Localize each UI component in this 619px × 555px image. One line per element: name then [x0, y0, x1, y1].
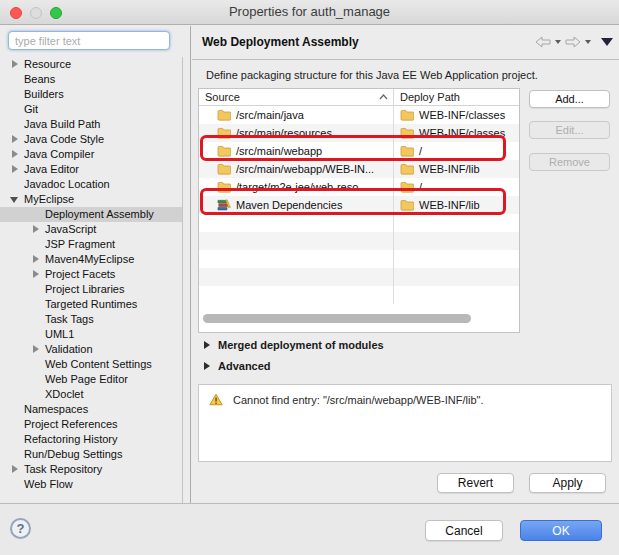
sidebar-item-java-editor[interactable]: Java Editor	[0, 162, 182, 177]
disclosure-triangle-icon[interactable]	[204, 362, 210, 370]
add-button[interactable]: Add...	[529, 90, 610, 108]
sidebar-item-label: Namespaces	[24, 403, 88, 415]
folder-icon	[400, 163, 414, 175]
sidebar-item-label: JavaScript	[45, 223, 96, 235]
sidebar-item-builders[interactable]: Builders	[0, 87, 182, 102]
table-row[interactable]: /src/main/webapp /	[199, 142, 519, 160]
sidebar-item-label: Web Page Editor	[45, 373, 128, 385]
sidebar-item-java-build-path[interactable]: Java Build Path	[0, 117, 182, 132]
sidebar-item-beans[interactable]: Beans	[0, 72, 182, 87]
sidebar-item-myeclipse[interactable]: MyEclipse	[0, 192, 182, 207]
sidebar-item-project-references[interactable]: Project References	[0, 417, 182, 432]
folder-icon	[217, 109, 231, 121]
titlebar: Properties for auth_manage	[0, 0, 619, 25]
table-empty-row	[199, 214, 519, 232]
sidebar-item-java-compiler[interactable]: Java Compiler	[0, 147, 182, 162]
table-empty-row	[199, 268, 519, 286]
sidebar-item-task-tags[interactable]: Task Tags	[0, 312, 182, 327]
forward-arrow-icon	[565, 36, 581, 48]
apply-button[interactable]: Apply	[529, 473, 606, 493]
sidebar-item-refactoring-history[interactable]: Refactoring History	[0, 432, 182, 447]
sidebar-item-javascript[interactable]: JavaScript	[0, 222, 182, 237]
sidebar-item-git[interactable]: Git	[0, 102, 182, 117]
disclosure-triangle-icon[interactable]	[204, 341, 210, 349]
sidebar-item-project-facets[interactable]: Project Facets	[0, 267, 182, 282]
revert-button[interactable]: Revert	[437, 473, 514, 493]
disclosure-triangle-icon[interactable]	[12, 135, 18, 143]
help-button[interactable]: ?	[10, 518, 31, 539]
source-cell: /src/main/java	[236, 109, 304, 121]
source-cell: /target/m2e-jee/web-reso...	[236, 181, 367, 193]
sidebar-item-targeted-runtimes[interactable]: Targeted Runtimes	[0, 297, 182, 312]
ok-button[interactable]: OK	[520, 520, 602, 541]
back-dropdown-icon[interactable]	[555, 40, 561, 44]
sidebar-item-label: Beans	[24, 73, 55, 85]
sidebar-item-label: Java Code Style	[24, 133, 104, 145]
page-description: Define packaging structure for this Java…	[206, 69, 538, 81]
section-merged-deployment[interactable]: Merged deployment of modules	[204, 339, 384, 351]
sidebar-item-label: Java Build Path	[24, 118, 100, 130]
sidebar-item-web-page-editor[interactable]: Web Page Editor	[0, 372, 182, 387]
sidebar-item-label: Deployment Assembly	[45, 208, 154, 220]
section-advanced[interactable]: Advanced	[204, 360, 271, 372]
deploy-path-cell: WEB-INF/classes	[419, 109, 505, 121]
sidebar-item-web-flow[interactable]: Web Flow	[0, 477, 182, 492]
table-row[interactable]: /src/main/java WEB-INF/classes	[199, 106, 519, 124]
disclosure-triangle-icon[interactable]	[33, 225, 39, 233]
source-cell: Maven Dependencies	[236, 199, 342, 211]
table-header: Source Deploy Path	[199, 89, 519, 106]
table-row[interactable]: /src/main/webapp/WEB-IN... WEB-INF/lib	[199, 160, 519, 178]
filter-input[interactable]	[8, 31, 170, 50]
table-row[interactable]: /target/m2e-jee/web-reso... /	[199, 178, 519, 196]
sidebar-item-label: Project Facets	[45, 268, 115, 280]
sidebar-item-project-libraries[interactable]: Project Libraries	[0, 282, 182, 297]
remove-button: Remove	[529, 153, 610, 171]
disclosure-triangle-icon[interactable]	[33, 255, 39, 263]
sidebar-item-label: Targeted Runtimes	[45, 298, 137, 310]
cancel-button[interactable]: Cancel	[425, 520, 503, 541]
scrollbar-thumb[interactable]	[203, 314, 471, 323]
sidebar-item-run-debug-settings[interactable]: Run/Debug Settings	[0, 447, 182, 462]
back-arrow-icon	[535, 36, 551, 48]
forward-dropdown-icon[interactable]	[585, 40, 591, 44]
sidebar-item-maven4myeclipse[interactable]: Maven4MyEclipse	[0, 252, 182, 267]
deploy-path-cell: WEB-INF/classes	[419, 127, 505, 139]
sidebar-item-web-content-settings[interactable]: Web Content Settings	[0, 357, 182, 372]
folder-icon	[217, 163, 231, 175]
table-row[interactable]: /src/main/resources WEB-INF/classes	[199, 124, 519, 142]
folder-icon	[400, 127, 414, 139]
source-cell: /src/main/webapp	[236, 145, 322, 157]
disclosure-triangle-icon[interactable]	[33, 345, 39, 353]
sidebar-item-resource[interactable]: Resource	[0, 57, 182, 72]
sidebar-item-task-repository[interactable]: Task Repository	[0, 462, 182, 477]
deploy-path-cell: /	[419, 181, 422, 193]
dialog-footer: ? Cancel OK	[0, 503, 619, 555]
disclosure-triangle-icon[interactable]	[12, 165, 18, 173]
sidebar-item-uml1[interactable]: UML1	[0, 327, 182, 342]
sidebar-item-validation[interactable]: Validation	[0, 342, 182, 357]
sidebar-item-label: Validation	[45, 343, 93, 355]
horizontal-scrollbar[interactable]	[199, 304, 519, 332]
sidebar-item-deployment-assembly[interactable]: Deployment Assembly	[0, 207, 182, 222]
sidebar-item-label: Web Flow	[24, 478, 73, 490]
disclosure-triangle-icon[interactable]	[10, 197, 18, 203]
table-row[interactable]: Maven Dependencies WEB-INF/lib	[199, 196, 519, 214]
column-header-deploy-path[interactable]: Deploy Path	[394, 89, 519, 105]
sidebar-item-jsp-fragment[interactable]: JSP Fragment	[0, 237, 182, 252]
sidebar-item-label: Java Editor	[24, 163, 79, 175]
disclosure-triangle-icon[interactable]	[12, 150, 18, 158]
column-header-source[interactable]: Source	[199, 89, 394, 105]
sidebar-item-label: Java Compiler	[24, 148, 94, 160]
deployment-assembly-table[interactable]: Source Deploy Path /src/main/java WEB-IN…	[198, 88, 520, 333]
disclosure-triangle-icon[interactable]	[12, 465, 18, 473]
folder-icon	[400, 181, 414, 193]
folder-icon	[217, 127, 231, 139]
sidebar-item-namespaces[interactable]: Namespaces	[0, 402, 182, 417]
sidebar-item-javadoc-location[interactable]: Javadoc Location	[0, 177, 182, 192]
disclosure-triangle-icon[interactable]	[33, 270, 39, 278]
disclosure-triangle-icon[interactable]	[12, 60, 18, 68]
sidebar-item-xdoclet[interactable]: XDoclet	[0, 387, 182, 402]
view-menu-icon[interactable]	[601, 38, 613, 46]
sidebar-item-label: Task Tags	[45, 313, 94, 325]
sidebar-item-java-code-style[interactable]: Java Code Style	[0, 132, 182, 147]
